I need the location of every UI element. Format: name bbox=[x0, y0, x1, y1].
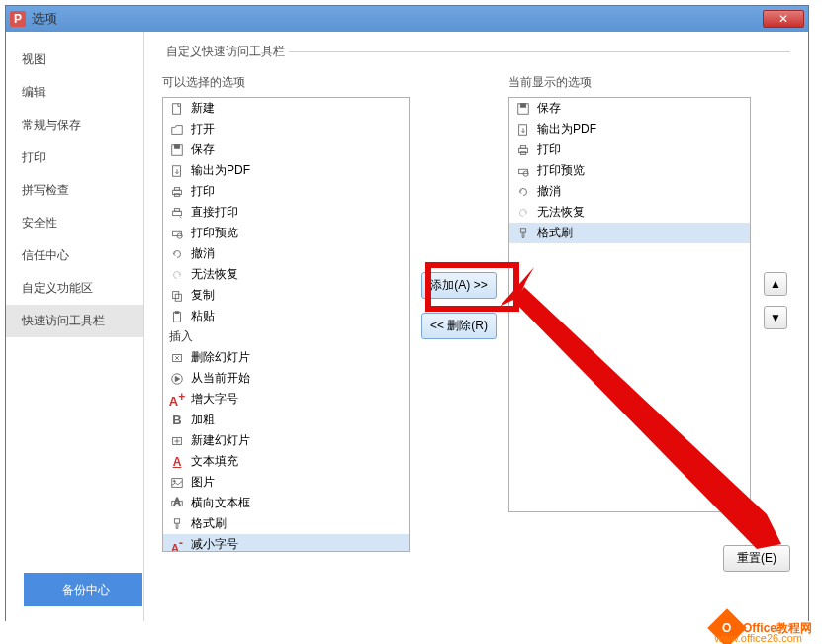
options-dialog: P 选项 ✕ 视图编辑常规与保存打印拼写检查安全性信任中心自定义功能区快速访问工… bbox=[5, 5, 809, 621]
format-brush-icon bbox=[515, 226, 531, 241]
sidebar-item[interactable]: 自定义功能区 bbox=[6, 272, 143, 305]
textbox-h-icon: A bbox=[169, 496, 185, 511]
list-item[interactable]: 格式刷 bbox=[163, 513, 409, 534]
list-item[interactable]: 新建幻灯片 bbox=[163, 430, 409, 451]
sidebar-item[interactable]: 安全性 bbox=[6, 207, 143, 239]
available-listbox[interactable]: 新建打开保存输出为PDF打印直接打印打印预览撤消无法恢复复制粘贴插入删除幻灯片从… bbox=[162, 97, 410, 552]
svg-rect-8 bbox=[174, 208, 179, 211]
print-preview-icon bbox=[515, 163, 531, 179]
svg-text:A: A bbox=[174, 497, 181, 507]
move-down-button[interactable]: ▼ bbox=[764, 306, 787, 329]
list-item-label: 格式刷 bbox=[537, 225, 573, 241]
list-item[interactable]: 撤消 bbox=[163, 243, 409, 264]
qat-groupbox: 自定义快速访问工具栏 可以选择的选项 新建打开保存输出为PDF打印直接打印打印预… bbox=[162, 44, 790, 552]
svg-rect-13 bbox=[174, 312, 181, 322]
list-item[interactable]: 粘贴 bbox=[163, 306, 409, 326]
list-item[interactable]: A文本填充 bbox=[163, 451, 409, 472]
sidebar-item[interactable]: 常规与保存 bbox=[6, 109, 143, 141]
backup-center-button[interactable]: 备份中心 bbox=[24, 573, 142, 606]
reset-button[interactable]: 重置(E) bbox=[723, 545, 790, 572]
titlebar[interactable]: P 选项 ✕ bbox=[6, 6, 808, 32]
svg-rect-2 bbox=[174, 144, 179, 148]
print-preview-icon bbox=[169, 226, 185, 241]
list-item-label: 打开 bbox=[191, 121, 215, 138]
list-item[interactable]: 直接打印 bbox=[163, 202, 409, 223]
list-item-label: 加粗 bbox=[191, 412, 215, 428]
slide-delete-icon bbox=[169, 350, 185, 366]
list-item-label: 撤消 bbox=[191, 245, 215, 262]
list-item[interactable]: 格式刷 bbox=[509, 223, 750, 243]
undo-icon bbox=[169, 246, 185, 262]
sidebar-item[interactable]: 打印 bbox=[6, 141, 143, 174]
paste-icon bbox=[169, 309, 185, 324]
sidebar-item[interactable]: 拼写检查 bbox=[6, 174, 143, 207]
available-column: 可以选择的选项 新建打开保存输出为PDF打印直接打印打印预览撤消无法恢复复制粘贴… bbox=[162, 74, 410, 552]
watermark-url: www.office26.com bbox=[715, 632, 802, 644]
list-item[interactable]: 打印预览 bbox=[163, 223, 409, 243]
list-item-label: 减小字号 bbox=[191, 536, 238, 552]
list-item[interactable]: 新建 bbox=[163, 98, 409, 119]
list-item-label: 打印预览 bbox=[191, 225, 238, 241]
list-item[interactable]: 打印 bbox=[509, 139, 750, 160]
list-item-label: 复制 bbox=[191, 287, 215, 304]
close-icon: ✕ bbox=[778, 12, 788, 26]
close-button[interactable]: ✕ bbox=[763, 10, 804, 28]
list-item[interactable]: 打印预览 bbox=[509, 160, 750, 181]
list-item[interactable]: A-减小字号 bbox=[163, 534, 409, 552]
list-item-label: 打印 bbox=[537, 141, 561, 158]
list-item[interactable]: A横向文本框 bbox=[163, 493, 409, 513]
list-section-header: 插入 bbox=[163, 326, 409, 347]
remove-button[interactable]: << 删除(R) bbox=[421, 313, 497, 339]
list-item[interactable]: 复制 bbox=[163, 285, 409, 306]
list-item[interactable]: 输出为PDF bbox=[509, 119, 750, 139]
move-up-button[interactable]: ▲ bbox=[764, 272, 787, 296]
list-item[interactable]: 删除幻灯片 bbox=[163, 347, 409, 368]
sidebar-item[interactable]: 信任中心 bbox=[6, 239, 143, 272]
list-item-label: 输出为PDF bbox=[537, 121, 596, 138]
list-item[interactable]: 保存 bbox=[163, 139, 409, 160]
format-brush-icon bbox=[169, 516, 185, 532]
list-item-label: 删除幻灯片 bbox=[191, 349, 250, 366]
play-icon bbox=[169, 371, 185, 387]
list-item[interactable]: 图片 bbox=[163, 472, 409, 493]
list-item[interactable]: 撤消 bbox=[509, 181, 750, 202]
list-item[interactable]: 保存 bbox=[509, 98, 750, 119]
undo-icon bbox=[515, 184, 531, 200]
list-item[interactable]: 输出为PDF bbox=[163, 160, 409, 181]
svg-point-19 bbox=[174, 480, 176, 482]
svg-rect-27 bbox=[520, 145, 525, 148]
list-item-label: 从当前开始 bbox=[191, 370, 250, 387]
list-item[interactable]: 从当前开始 bbox=[163, 368, 409, 389]
list-item[interactable]: A+增大字号 bbox=[163, 389, 409, 410]
current-listbox[interactable]: 保存输出为PDF打印打印预览撤消无法恢复格式刷 bbox=[508, 97, 751, 512]
dialog-body: 视图编辑常规与保存打印拼写检查安全性信任中心自定义功能区快速访问工具栏 自定义快… bbox=[6, 32, 808, 621]
svg-rect-14 bbox=[175, 311, 179, 313]
list-item[interactable]: B加粗 bbox=[163, 410, 409, 430]
app-icon: P bbox=[10, 11, 26, 27]
text-fill-icon: A bbox=[169, 454, 185, 470]
content-panel: 自定义快速访问工具栏 可以选择的选项 新建打开保存输出为PDF打印直接打印打印预… bbox=[144, 32, 808, 621]
svg-rect-22 bbox=[174, 518, 179, 522]
sidebar: 视图编辑常规与保存打印拼写检查安全性信任中心自定义功能区快速访问工具栏 bbox=[6, 32, 144, 621]
list-item-label: 打印预览 bbox=[537, 162, 585, 179]
list-item[interactable]: 打开 bbox=[163, 119, 409, 139]
print-icon bbox=[515, 142, 531, 158]
file-new-icon bbox=[169, 101, 185, 117]
list-item-label: 文本填充 bbox=[191, 453, 238, 470]
add-button[interactable]: 添加(A) >> bbox=[421, 272, 496, 299]
folder-open-icon bbox=[169, 122, 185, 138]
svg-rect-5 bbox=[174, 187, 179, 190]
list-item-label: 横向文本框 bbox=[191, 495, 250, 511]
sidebar-item[interactable]: 编辑 bbox=[6, 76, 143, 109]
list-item[interactable]: 无法恢复 bbox=[509, 202, 750, 223]
list-item[interactable]: 无法恢复 bbox=[163, 264, 409, 285]
sidebar-item[interactable]: 快速访问工具栏 bbox=[6, 305, 143, 337]
save-icon bbox=[169, 142, 185, 158]
svg-rect-31 bbox=[520, 228, 525, 231]
list-item[interactable]: 打印 bbox=[163, 181, 409, 202]
list-item-label: 直接打印 bbox=[191, 204, 238, 221]
list-item-label: 增大字号 bbox=[191, 391, 238, 408]
sidebar-item[interactable]: 视图 bbox=[6, 44, 143, 76]
available-label: 可以选择的选项 bbox=[162, 74, 410, 91]
list-item-label: 新建 bbox=[191, 100, 215, 117]
